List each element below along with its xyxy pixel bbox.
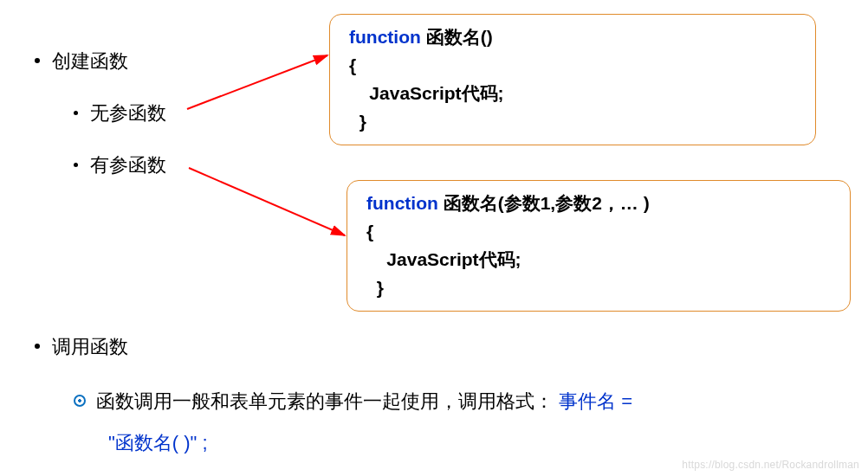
paragraph-blue2: "函数名( )" ; <box>108 432 208 453</box>
paragraph-lead: 函数调用一般和表单元素的事件一起使用，调用格式： <box>96 390 554 412</box>
watermark-text: https://blog.csdn.net/Rockandrollman <box>682 459 859 471</box>
bullet-dot-icon <box>35 344 40 349</box>
svg-line-1 <box>189 168 345 235</box>
paragraph-call-usage: 函数调用一般和表单元素的事件一起使用，调用格式： 事件名 = "函数名( )" … <box>74 381 836 465</box>
paragraph-blue1: 事件名 = <box>554 390 632 412</box>
ring-bullet-icon <box>74 395 86 407</box>
bullet-call-function: 调用函数 <box>35 334 128 360</box>
bullet-call-text: 调用函数 <box>52 336 128 357</box>
